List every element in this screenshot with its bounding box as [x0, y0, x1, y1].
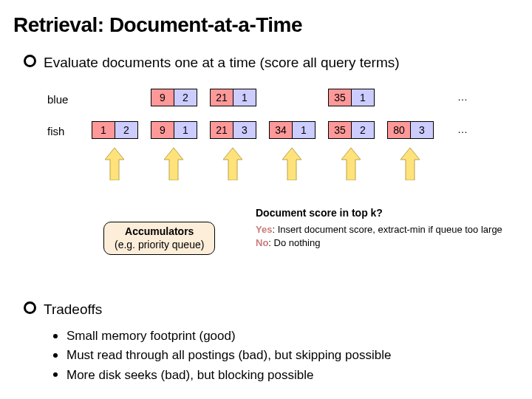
score-question: Document score in top k?: [256, 207, 383, 219]
svg-marker-5: [400, 148, 420, 180]
yes-text: : Insert document score, extract-min if …: [272, 224, 502, 235]
tradeoffs-heading-text: Tradeoffs: [44, 301, 102, 317]
no-text: : Do nothing: [268, 237, 320, 248]
term-label-blue: blue: [47, 93, 68, 106]
posting-cell: 9: [151, 89, 174, 106]
posting-cell: 2: [351, 121, 375, 139]
svg-marker-2: [223, 148, 242, 180]
posting-cell: 21: [210, 121, 233, 139]
bullet-disc-icon: [53, 372, 58, 377]
tradeoffs-list: Small memory footprint (good) Must read …: [53, 327, 391, 385]
posting-cell: 9: [151, 121, 174, 139]
up-arrow-icon: [282, 148, 301, 180]
posting-cell: 80: [387, 121, 411, 139]
intro-line: Evaluate documents one at a time (score …: [24, 55, 400, 71]
bullet-ring-icon: [24, 301, 36, 314]
up-arrow-icon: [223, 148, 242, 180]
bullet-disc-icon: [53, 334, 58, 338]
posting-cell: 3: [410, 121, 434, 139]
accumulators-sub: (e.g. priority queue): [115, 239, 204, 252]
list-item: More disk seeks (bad), but blocking poss…: [53, 366, 391, 385]
up-arrow-icon: [164, 148, 183, 180]
posting-cell: 2: [174, 89, 197, 106]
bullet-disc-icon: [53, 353, 58, 358]
list-item: Must read through all postings (bad), bu…: [53, 346, 391, 365]
posting-cell: 1: [292, 121, 316, 139]
tradeoffs-heading: Tradeoffs: [24, 301, 102, 318]
posting-cell: 2: [115, 121, 138, 139]
no-label: No: [256, 237, 268, 248]
posting-cell: 35: [328, 121, 352, 139]
intro-text: Evaluate documents one at a time (score …: [44, 55, 400, 70]
accumulators-box: Accumulators (e.g. priority queue): [103, 222, 215, 255]
up-arrow-icon: [400, 148, 420, 180]
tradeoff-c: More disk seeks (bad), but blocking poss…: [66, 368, 314, 382]
posting-cell: 34: [269, 121, 293, 139]
accumulators-title: Accumulators: [115, 225, 204, 239]
ellipsis-icon: …: [457, 123, 468, 135]
posting-cell: 1: [233, 89, 256, 106]
svg-marker-3: [282, 148, 301, 180]
posting-cell: 1: [174, 121, 197, 139]
bullet-ring-icon: [24, 55, 36, 67]
ellipsis-icon: …: [457, 91, 468, 103]
posting-cell: 3: [233, 121, 256, 139]
posting-cell: 1: [92, 121, 115, 139]
posting-cell: 21: [210, 89, 233, 106]
term-label-fish: fish: [47, 125, 64, 137]
posting-cell: 35: [328, 89, 352, 106]
answer-no: No: Do nothing: [256, 236, 502, 250]
yes-label: Yes: [256, 224, 272, 235]
posting-cell: 1: [351, 89, 375, 106]
list-item: Small memory footprint (good): [53, 327, 391, 346]
up-arrow-icon: [341, 148, 361, 180]
tradeoff-a: Small memory footprint (good): [66, 329, 236, 343]
up-arrow-icon: [105, 148, 124, 180]
tradeoff-b: Must read through all postings (bad), bu…: [66, 348, 391, 362]
answers-block: Yes: Insert document score, extract-min …: [256, 223, 502, 250]
svg-marker-0: [105, 148, 124, 180]
slide-title: Retrieval: Document-at-a-Time: [13, 13, 302, 37]
svg-marker-1: [164, 148, 183, 180]
answer-yes: Yes: Insert document score, extract-min …: [256, 223, 502, 236]
svg-marker-4: [341, 148, 361, 180]
